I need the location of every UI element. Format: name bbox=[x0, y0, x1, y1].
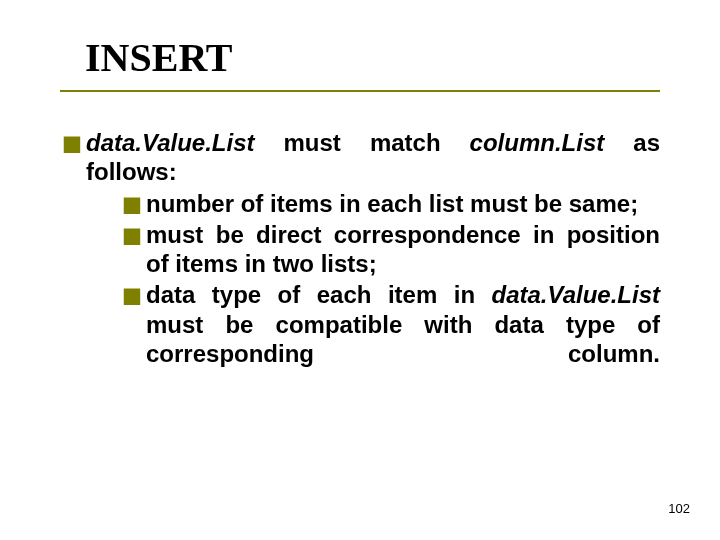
slide: INSERT ◼ data.Value.List must match colu… bbox=[0, 0, 720, 540]
list-item: ◼ data type of each item in data.Value.L… bbox=[122, 280, 660, 368]
square-bullet-icon: ◼ bbox=[122, 189, 146, 218]
square-bullet-icon: ◼ bbox=[122, 220, 146, 279]
list-item-text: number of items in each list must be sam… bbox=[146, 189, 660, 218]
title-underline bbox=[60, 90, 660, 92]
list-item-text: data type of each item in data.Value.Lis… bbox=[146, 280, 660, 368]
slide-body: ◼ data.Value.List must match column.List… bbox=[62, 128, 660, 374]
list-item: ◼ data.Value.List must match column.List… bbox=[62, 128, 660, 370]
slide-title: INSERT bbox=[85, 34, 233, 81]
square-bullet-icon: ◼ bbox=[122, 280, 146, 368]
square-bullet-icon: ◼ bbox=[62, 128, 86, 370]
page-number: 102 bbox=[668, 501, 690, 516]
list-item: ◼ must be direct correspondence in posit… bbox=[122, 220, 660, 279]
sublist: ◼ number of items in each list must be s… bbox=[122, 189, 660, 369]
list-item-text: data.Value.List must match column.List a… bbox=[86, 128, 660, 370]
list-item-text: must be direct correspondence in positio… bbox=[146, 220, 660, 279]
list-item: ◼ number of items in each list must be s… bbox=[122, 189, 660, 218]
